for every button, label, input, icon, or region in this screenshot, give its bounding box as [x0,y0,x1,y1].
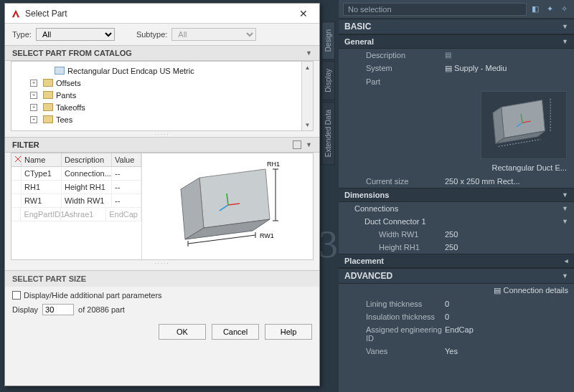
folder-icon [43,91,53,99]
display-label: Display [12,305,38,314]
chevron-down-icon: ▼ [562,272,568,279]
filter-table: Name Description Value CType1Connection.… [11,153,142,259]
folder-icon [43,103,53,111]
label-part: Part [344,77,445,86]
properties-panel: Design Display Extended Data No selectio… [339,0,574,392]
section-connections[interactable]: Connections▼ [339,202,574,215]
selection-dropdown[interactable]: No selection [343,3,527,16]
folder-icon [43,79,53,87]
ok-button[interactable]: OK [159,324,206,340]
splitter[interactable]: ····· [5,131,319,137]
col-description[interactable]: Description [62,153,112,166]
display-count-input[interactable] [42,304,74,315]
scroll-down-icon[interactable]: ▼ [302,119,313,130]
chevron-left-icon: ◂ [565,257,568,264]
chevron-down-icon: ▼ [562,218,568,225]
current-size-value: 250 x 250 mm Rect... [445,177,568,186]
cancel-button[interactable]: Cancel [212,324,259,340]
chevron-down-icon: ▼ [306,141,312,148]
tab-display[interactable]: Display [321,61,335,100]
section-advanced[interactable]: ADVANCED▼ [339,268,574,284]
filter-row[interactable]: CType1Connection...-- [11,167,141,181]
help-button[interactable]: Help [265,324,312,340]
remove-col-icon [11,153,22,166]
filter-row[interactable]: EngPartID1Ashrae1EndCap [11,208,141,221]
system-value[interactable]: ▤ Supply - Mediu [445,64,568,73]
part-icon [55,67,65,75]
checkbox-icon [12,291,21,300]
label-width-rw1: Width RW1 [344,230,445,239]
autocad-logo-icon [11,9,21,19]
width-rw1-value[interactable]: 250 [445,230,568,239]
chevron-down-icon: ▼ [562,38,568,45]
insulation-value[interactable]: 0 [445,312,568,321]
subtype-select[interactable]: All [171,28,256,41]
expand-icon[interactable]: + [30,80,37,87]
section-placement[interactable]: Placement◂ [339,254,574,268]
label-vanes: Vanes [344,347,445,355]
chevron-down-icon: ▼ [562,23,568,30]
label-system: System [344,64,445,73]
scroll-up-icon[interactable]: ▲ [302,62,313,73]
label-current-size: Current size [344,177,445,186]
chevron-down-icon: ▼ [562,191,568,199]
tree-item-endcap[interactable]: Rectangular Duct Endcap US Metric [14,64,310,77]
filter-preview: RH1 RW1 [142,153,313,259]
dialog-title: Select Part [25,9,67,19]
lining-value[interactable]: 0 [445,300,568,308]
svg-marker-11 [199,169,270,228]
section-general[interactable]: General▼ [339,34,574,49]
tab-design[interactable]: Design [321,21,335,59]
filter-header[interactable]: FILTER▼ [5,137,319,153]
filter-row[interactable]: RW1Width RW1-- [11,194,141,208]
catalog-header[interactable]: SELECT PART FROM CATALOG▼ [5,45,319,61]
filter-options-icon[interactable] [293,140,301,149]
expand-icon[interactable]: + [30,92,37,99]
select-part-dialog: Select Part ✕ Type: All Subtype: All SEL… [4,3,320,386]
rw1-dim-label: RW1 [260,232,274,239]
type-select[interactable]: All [36,28,115,41]
tree-item-tees[interactable]: +Tees [14,113,310,125]
label-description: Description [344,51,445,59]
tree-item-takeoffs[interactable]: +Takeoffs [14,101,310,113]
svg-marker-8 [12,9,20,17]
label-eng-id: Assigned engineering ID [344,325,445,343]
rh1-dim-label: RH1 [267,161,280,168]
close-button[interactable]: ✕ [292,6,315,21]
col-value[interactable]: Value [112,153,141,166]
ghost-3: 3 [319,222,338,267]
panel-tool-icon-3[interactable]: ✧ [558,4,570,15]
vanes-value[interactable]: Yes [445,347,568,355]
section-duct-connector-1[interactable]: Duct Connector 1▼ [339,215,574,228]
tree-scrollbar[interactable]: ▲▼ [301,62,313,130]
label-height-rh1: Height RH1 [344,243,445,252]
panel-tool-icon-2[interactable]: ✦ [544,4,555,15]
filter-row[interactable]: RH1Height RH1-- [11,181,141,194]
label-insulation: Insulation thickness [344,312,445,321]
panel-tool-icon-1[interactable]: ◧ [530,4,541,15]
connection-details-toggle[interactable]: ▤ Connection details [344,286,568,295]
titlebar: Select Part ✕ [5,4,319,24]
selection-bar: No selection ◧ ✦ ✧ [339,0,574,19]
folder-icon [43,115,53,123]
tree-item-pants[interactable]: +Pants [14,89,310,101]
display-hide-checkbox[interactable]: Display/Hide additional part parameters [12,291,312,300]
section-basic[interactable]: BASIC▼ [339,19,574,34]
description-value[interactable]: ▤ [445,51,568,59]
height-rh1-value[interactable]: 250 [445,243,568,252]
splitter[interactable]: ····· [5,260,319,266]
tab-extended-data[interactable]: Extended Data [321,102,335,165]
expand-icon[interactable]: + [30,116,37,123]
subtype-label: Subtype: [136,30,167,39]
panel-tabs: Design Display Extended Data [321,21,339,166]
label-lining: Lining thickness [344,300,445,308]
part-thumbnail [481,91,567,159]
select-part-size-header: SELECT PART SIZE [5,270,319,287]
tree-item-offsets[interactable]: +Offsets [14,77,310,89]
section-dimensions[interactable]: Dimensions▼ [339,188,574,202]
filter-body: Name Description Value CType1Connection.… [11,153,314,260]
catalog-tree[interactable]: Rectangular Duct Endcap US Metric +Offse… [11,61,314,131]
eng-id-value[interactable]: EndCap [445,325,568,343]
col-name[interactable]: Name [22,153,62,166]
expand-icon[interactable]: + [30,104,37,111]
